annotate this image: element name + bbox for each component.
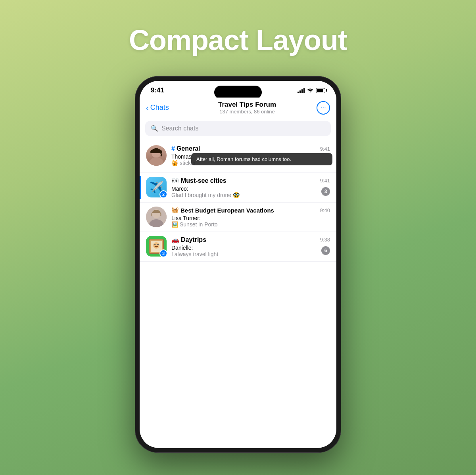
chat-item-cities[interactable]: ✈️ 2 👀 Must-see cities 9:41 Marco: bbox=[140, 173, 336, 203]
back-button[interactable]: ‹ Chats bbox=[146, 103, 178, 112]
chat-sender-budget: Lisa Turner: bbox=[171, 215, 201, 221]
chat-name-text: General bbox=[177, 145, 200, 152]
search-placeholder: Search chats bbox=[161, 125, 198, 132]
dynamic-island bbox=[214, 86, 262, 99]
signal-icon bbox=[298, 88, 305, 93]
battery-icon bbox=[316, 88, 325, 93]
wifi-icon bbox=[307, 87, 313, 94]
badge-cities: 2 bbox=[159, 190, 167, 198]
avatar-budget bbox=[146, 207, 167, 227]
phone-shell: 9:41 bbox=[135, 76, 341, 453]
chat-name-general: # General bbox=[171, 145, 200, 152]
chat-name-cities: 👀 Must-see cities bbox=[171, 177, 226, 184]
chat-time-cities: 9:41 bbox=[320, 178, 330, 184]
chat-list: # General 9:41 Thomas: 🙀 sticker After a… bbox=[140, 141, 336, 262]
message-text-daytrips: I always travel light bbox=[171, 251, 218, 257]
status-bar: 9:41 bbox=[140, 81, 336, 98]
chat-top-row-cities: 👀 Must-see cities 9:41 bbox=[171, 177, 330, 184]
chat-preview-budget: Lisa Turner: bbox=[171, 215, 330, 221]
avatar-general bbox=[146, 145, 167, 166]
avatar-wrapper-daytrips: 3 bbox=[146, 236, 167, 257]
chat-top-row-daytrips: 🚗 Daytrips 9:38 bbox=[171, 236, 330, 243]
chat-name-budget: 🧺 Best Budget European Vacations bbox=[171, 207, 274, 214]
basket-icon: 🧺 bbox=[171, 207, 179, 214]
page-title: Compact Layout bbox=[129, 24, 347, 56]
chat-name-text-budget: Best Budget European Vacations bbox=[180, 207, 274, 214]
chat-sender-general: Thomas: bbox=[171, 153, 193, 160]
chat-message-cities: Glad I brought my drone 🥸 bbox=[171, 192, 330, 198]
chat-preview-cities: Marco: bbox=[171, 186, 330, 192]
chat-item-general[interactable]: # General 9:41 Thomas: 🙀 sticker After a… bbox=[140, 141, 336, 173]
eyes-icon: 👀 bbox=[171, 177, 179, 184]
nav-header: ‹ Chats Travel Tips Forum 137 members, 8… bbox=[140, 98, 336, 119]
message-text-cities: Glad I brought my drone 🥸 bbox=[171, 192, 240, 198]
nav-center: Travel Tips Forum 137 members, 86 online bbox=[178, 101, 317, 115]
hash-icon: # bbox=[171, 145, 175, 152]
ellipsis-icon: ··· bbox=[321, 104, 326, 111]
tooltip-general: After all, Roman forums had columns too. bbox=[191, 153, 332, 165]
status-icons bbox=[298, 87, 325, 94]
chat-sender-daytrips: Danielle: bbox=[171, 245, 193, 251]
car-icon: 🚗 bbox=[171, 236, 179, 243]
chat-time-budget: 9:40 bbox=[320, 207, 330, 213]
chat-item-daytrips[interactable]: 3 🚗 Daytrips 9:38 Danielle: I always bbox=[140, 232, 336, 262]
avatar-wrapper-cities: ✈️ 2 bbox=[146, 177, 167, 197]
chat-sender-cities: Marco: bbox=[171, 186, 188, 192]
more-button[interactable]: ··· bbox=[317, 101, 330, 115]
forum-subtitle: 137 members, 86 online bbox=[178, 109, 317, 115]
chat-top-row-general: # General 9:41 bbox=[171, 145, 330, 152]
avatar-wrapper-budget bbox=[146, 207, 167, 227]
chat-content-daytrips: 🚗 Daytrips 9:38 Danielle: I always trave… bbox=[171, 236, 330, 257]
forum-title: Travel Tips Forum bbox=[178, 101, 317, 109]
chat-top-row-budget: 🧺 Best Budget European Vacations 9:40 bbox=[171, 207, 330, 214]
message-text-budget: 🖼️ Sunset in Porto bbox=[171, 221, 218, 228]
chat-time-daytrips: 9:38 bbox=[320, 237, 330, 243]
active-indicator bbox=[140, 176, 141, 199]
search-bar[interactable]: 🔍 Search chats bbox=[145, 121, 331, 136]
search-icon: 🔍 bbox=[151, 125, 158, 132]
chat-content-budget: 🧺 Best Budget European Vacations 9:40 Li… bbox=[171, 207, 330, 228]
badge-daytrips: 3 bbox=[159, 249, 167, 257]
svg-point-1 bbox=[149, 157, 163, 166]
chat-name-daytrips: 🚗 Daytrips bbox=[171, 236, 206, 243]
back-chevron-icon: ‹ bbox=[146, 103, 149, 112]
chat-preview-daytrips: Danielle: bbox=[171, 245, 330, 251]
phone-screen: 9:41 bbox=[140, 81, 336, 448]
avatar-wrapper-general bbox=[146, 145, 167, 166]
chat-item-budget[interactable]: 🧺 Best Budget European Vacations 9:40 Li… bbox=[140, 203, 336, 232]
svg-point-8 bbox=[153, 242, 159, 249]
status-time: 9:41 bbox=[151, 86, 164, 94]
back-label: Chats bbox=[150, 103, 169, 112]
chat-message-daytrips: I always travel light bbox=[171, 251, 330, 257]
chat-name-text-cities: Must-see cities bbox=[181, 177, 226, 184]
chat-content-cities: 👀 Must-see cities 9:41 Marco: Glad I bro… bbox=[171, 177, 330, 198]
chat-message-budget: 🖼️ Sunset in Porto bbox=[171, 221, 330, 228]
chat-time-general: 9:41 bbox=[320, 146, 330, 152]
chat-name-text-daytrips: Daytrips bbox=[181, 236, 206, 243]
